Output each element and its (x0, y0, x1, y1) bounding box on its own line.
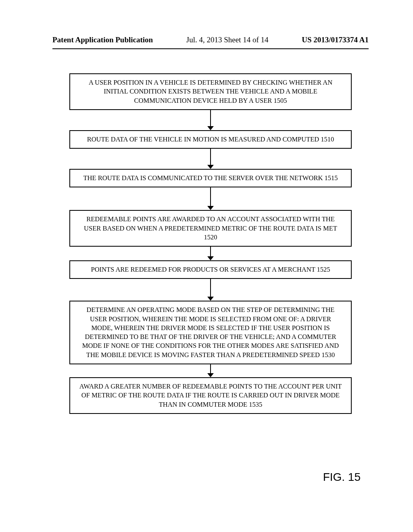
svg-marker-7 (207, 256, 214, 260)
publication-header: Patent Application Publication Jul. 4, 2… (52, 35, 369, 44)
header-left: Patent Application Publication (52, 35, 153, 44)
svg-marker-9 (207, 297, 214, 301)
svg-marker-5 (207, 206, 214, 210)
flow-step: A USER POSITION IN A VEHICLE IS DETERMIN… (69, 73, 352, 110)
flow-arrow (69, 187, 352, 210)
flow-step: THE ROUTE DATA IS COMMUNICATED TO THE SE… (69, 169, 352, 187)
flow-step: ROUTE DATA OF THE VEHICLE IN MOTION IS M… (69, 130, 352, 149)
flow-arrow (69, 247, 352, 260)
flow-arrow (69, 279, 352, 301)
svg-marker-3 (207, 165, 214, 169)
flow-step: DETERMINE AN OPERATING MODE BASED ON THE… (69, 301, 352, 364)
header-right: US 2013/0173374 A1 (302, 35, 369, 44)
page: Patent Application Publication Jul. 4, 2… (0, 0, 413, 532)
flow-step: AWARD A GREATER NUMBER OF REDEEMABLE POI… (69, 377, 352, 414)
flow-step: REDEEMABLE POINTS ARE AWARDED TO AN ACCO… (69, 210, 352, 247)
flow-step: POINTS ARE REDEEMED FOR PRODUCTS OR SERV… (69, 260, 352, 279)
svg-marker-11 (207, 373, 214, 377)
header-rule (52, 48, 369, 49)
flow-arrow (69, 149, 352, 169)
flow-arrow (69, 110, 352, 130)
flow-arrow (69, 364, 352, 377)
header-center: Jul. 4, 2013 Sheet 14 of 14 (186, 35, 269, 44)
svg-marker-1 (207, 126, 214, 130)
figure-label: FIG. 15 (323, 471, 361, 484)
flowchart: A USER POSITION IN A VEHICLE IS DETERMIN… (69, 73, 352, 414)
